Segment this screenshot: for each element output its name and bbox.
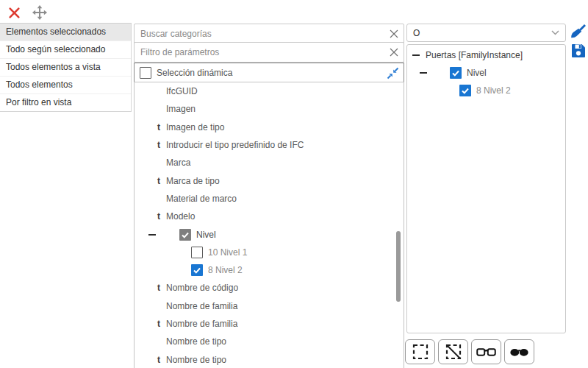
parameter-row-modelo[interactable]: t Modelo: [135, 208, 404, 225]
parameter-label: Nombre de familia: [166, 301, 237, 311]
nivel-1-checkbox[interactable]: [191, 247, 203, 258]
show-elements-button[interactable]: [471, 339, 501, 364]
type-parameter-prefix: t: [157, 211, 163, 222]
parameter-row-nombre-de-tipo-t[interactable]: t Nombre de tipo: [135, 350, 404, 368]
selection-box-icon: [412, 343, 429, 361]
selection-box-slash-icon: [445, 343, 462, 361]
side-toolbar: [570, 23, 587, 59]
chevron-down-icon: [551, 30, 559, 35]
tree-node-puertas[interactable]: Puertas [FamilyInstance]: [407, 46, 565, 64]
dynamic-selection-label: Selección dinámica: [157, 68, 232, 78]
type-parameter-prefix: t: [157, 355, 163, 365]
type-parameter-prefix: t: [157, 283, 163, 293]
parameter-label: Nivel: [196, 230, 216, 240]
nivel-2-checkbox[interactable]: [191, 264, 203, 276]
parameter-label: Imagen de tipo: [166, 122, 224, 132]
deselect-elements-button[interactable]: [438, 339, 468, 364]
parameter-row-nombre-de-familia-tipo[interactable]: t Nombre de familia: [135, 315, 404, 333]
parameter-label: Marca de tipo: [166, 176, 220, 186]
parameter-row-tipo-predefinido-ifc[interactable]: t Introducir el tipo predefinido de IFC: [135, 136, 404, 154]
tree-node-nivel[interactable]: Nivel: [407, 64, 565, 82]
tree-node-label: Puertas [FamilyInstance]: [426, 50, 523, 60]
parameter-label: Material de marco: [166, 194, 237, 204]
parameter-list: IfcGUID Imagen t Imagen de tipo t Introd…: [134, 82, 404, 368]
parameter-filter-clear-icon[interactable]: [384, 43, 404, 62]
parameter-row-marca[interactable]: Marca: [135, 154, 404, 171]
collapse-nivel-node-icon[interactable]: [420, 72, 427, 74]
type-parameter-prefix: t: [157, 140, 163, 150]
parameter-label: Marca: [166, 158, 190, 168]
parameter-row-nivel[interactable]: Nivel: [135, 225, 404, 243]
parameter-label: Imagen: [166, 104, 196, 114]
type-parameter-prefix: t: [157, 319, 163, 329]
parameter-filter-box: [134, 42, 404, 63]
window-toolbar: [6, 4, 48, 21]
parameter-label: Nombre de tipo: [166, 336, 226, 347]
scope-item-todos-elementos-a-vista[interactable]: Todos elementos a vista: [0, 59, 131, 77]
parameter-label: 10 Nivel 1: [208, 247, 247, 258]
dynamic-selection-checkbox[interactable]: [140, 67, 151, 79]
close-icon: [8, 7, 21, 19]
parameter-row-marca-de-tipo[interactable]: t Marca de tipo: [135, 171, 404, 189]
category-search-box: [134, 24, 404, 44]
broom-icon: [570, 24, 587, 40]
dynamic-selection-header: Selección dinámica: [134, 63, 404, 83]
type-parameter-prefix: t: [157, 122, 163, 132]
parameter-row-nombre-de-tipo[interactable]: Nombre de tipo: [135, 333, 404, 350]
type-parameter-prefix: t: [157, 176, 163, 186]
parameter-label: IfcGUID: [166, 86, 198, 96]
glasses-filled-icon: [509, 347, 529, 358]
parameter-label: Introducir el tipo predefinido de IFC: [166, 140, 304, 150]
parameter-row-nivel-1[interactable]: 10 Nivel 1: [135, 244, 404, 261]
select-elements-button[interactable]: [405, 339, 435, 364]
parameter-label: 8 Nivel 2: [208, 265, 243, 275]
parameter-label: Nombre de tipo: [166, 355, 226, 365]
tree-nivel-2-checkbox[interactable]: [459, 85, 471, 96]
results-tree: Puertas [FamilyInstance] Nivel 8 Nivel 2: [406, 44, 566, 333]
scope-item-por-filtro-en-vista[interactable]: Por filtro en vista: [0, 94, 131, 111]
clean-selection-button[interactable]: [570, 23, 587, 40]
scope-item-todos-elementos[interactable]: Todos elementos: [0, 77, 131, 94]
parameter-list-scrollbar[interactable]: [396, 231, 401, 302]
category-search-clear-icon[interactable]: [384, 24, 404, 43]
parameter-label: Modelo: [166, 211, 195, 222]
action-bar: [405, 339, 534, 364]
close-button[interactable]: [6, 4, 22, 21]
category-search-input[interactable]: [135, 29, 384, 39]
scope-item-elementos-seleccionados[interactable]: Elementos seleccionados: [0, 24, 131, 41]
tree-node-label: Nivel: [467, 68, 487, 78]
tree-node-label: 8 Nivel 2: [476, 85, 511, 96]
parameter-row-ifcguid[interactable]: IfcGUID: [135, 82, 404, 100]
hide-elements-button[interactable]: [504, 339, 534, 364]
parameter-filter-input[interactable]: [135, 47, 384, 57]
parameter-row-nombre-de-familia[interactable]: Nombre de familia: [135, 297, 404, 315]
parameter-label: Nombre de código: [166, 283, 238, 293]
nivel-checkbox[interactable]: [179, 229, 191, 241]
collapse-nivel-icon[interactable]: [148, 234, 156, 236]
parameter-label: Nombre de familia: [166, 319, 237, 329]
selection-scope-list: Elementos seleccionados Todo según selec…: [0, 23, 132, 112]
move-icon: [32, 4, 48, 21]
collapse-panel-icon[interactable]: [387, 67, 399, 79]
parameter-row-material-de-marco[interactable]: Material de marco: [135, 190, 404, 208]
tree-nivel-checkbox[interactable]: [450, 67, 462, 79]
save-button[interactable]: [570, 42, 587, 59]
parameter-row-nivel-2[interactable]: 8 Nivel 2: [135, 261, 404, 279]
logic-operator-dropdown[interactable]: O: [406, 24, 566, 42]
move-button[interactable]: [32, 4, 48, 21]
parameter-row-imagen-de-tipo[interactable]: t Imagen de tipo: [135, 118, 404, 136]
save-icon: [570, 43, 587, 59]
collapse-puertas-icon[interactable]: [412, 54, 420, 56]
parameter-row-imagen[interactable]: Imagen: [135, 100, 404, 118]
tree-node-nivel-2[interactable]: 8 Nivel 2: [407, 82, 565, 99]
parameter-row-nombre-de-codigo[interactable]: t Nombre de código: [135, 279, 404, 297]
glasses-outline-icon: [476, 347, 496, 358]
scope-item-todo-segun-seleccionado[interactable]: Todo según seleccionado: [0, 41, 131, 59]
dropdown-value: O: [413, 28, 420, 38]
